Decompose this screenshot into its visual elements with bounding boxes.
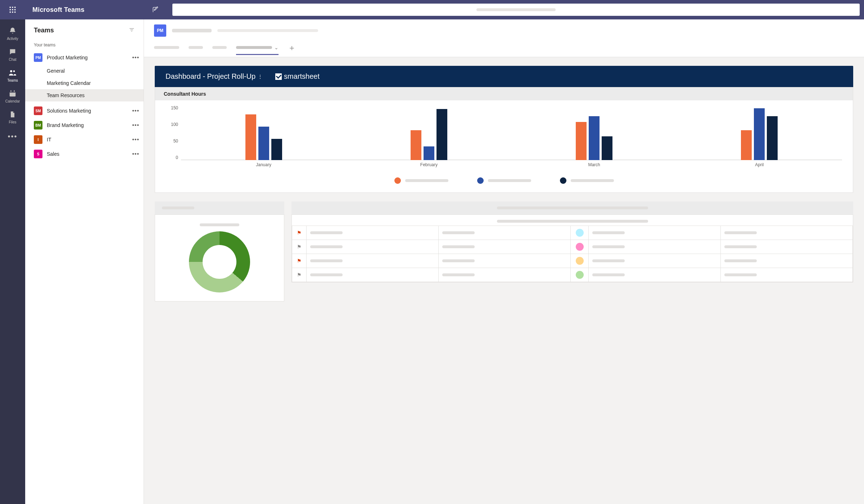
bar-group: January	[237, 105, 291, 160]
tab-placeholder-1[interactable]	[154, 46, 179, 54]
tab-smartsheet[interactable]: ⌄	[236, 45, 279, 55]
svg-rect-3	[10, 9, 11, 10]
bar-group: April	[732, 105, 786, 160]
waffle-icon[interactable]	[0, 0, 25, 19]
chevron-down-icon[interactable]: ⌄	[274, 45, 279, 50]
rail-calendar-label: Calendar	[5, 99, 20, 103]
bar	[436, 109, 447, 160]
widget-title-placeholder	[291, 201, 853, 214]
table-row[interactable]: ⚑	[292, 240, 853, 254]
tab-placeholder-3[interactable]	[212, 46, 227, 54]
search-input[interactable]	[172, 4, 860, 16]
bar	[602, 136, 612, 160]
rail-calendar[interactable]: Calendar	[0, 86, 25, 106]
widget-title-placeholder	[155, 201, 284, 214]
team-more-icon[interactable]: •••	[132, 108, 139, 114]
bar	[589, 116, 600, 160]
channel-label: Team Resources	[47, 92, 85, 98]
cell-placeholder	[724, 245, 757, 248]
team-more-icon[interactable]: •••	[132, 54, 139, 61]
rail-files-label: Files	[9, 120, 16, 124]
rail-more-icon[interactable]: •••	[0, 127, 25, 145]
widget-table: ⚑⚑⚑⚑	[291, 214, 853, 282]
team-more-icon[interactable]: •••	[132, 136, 139, 143]
team-solutions-marketing[interactable]: SM Solutions Marketing •••	[25, 104, 144, 118]
rail-files[interactable]: Files	[0, 106, 25, 127]
team-sales[interactable]: S Sales •••	[25, 147, 144, 161]
file-icon	[8, 110, 17, 119]
flag-icon: ⚑	[297, 258, 302, 264]
widget-title: Consultant Hours	[155, 87, 853, 100]
add-tab-icon[interactable]: ＋	[288, 42, 296, 57]
rail-chat[interactable]: Chat	[0, 44, 25, 65]
teams-panel-title: Teams	[34, 27, 54, 34]
table-row[interactable]: ⚑	[292, 254, 853, 268]
team-avatar: I	[34, 135, 42, 144]
team-avatar: PM	[34, 53, 42, 62]
team-more-icon[interactable]: •••	[132, 122, 139, 128]
bar	[741, 130, 752, 160]
channel-team-resources[interactable]: Team Resources	[25, 89, 144, 101]
title-bar: Microsoft Teams	[0, 0, 864, 19]
cell-placeholder	[442, 273, 475, 276]
table-row[interactable]: ⚑	[292, 268, 853, 282]
team-avatar: SM	[34, 106, 42, 115]
tab-placeholder-2[interactable]	[189, 46, 203, 54]
legend-label-placeholder	[571, 179, 614, 182]
compose-icon[interactable]	[146, 0, 165, 19]
channel-header: PM ⌄ ＋	[144, 19, 864, 57]
channel-tabs: ⌄ ＋	[154, 42, 854, 57]
bar	[767, 116, 778, 160]
svg-rect-8	[14, 12, 15, 13]
legend-item	[560, 177, 614, 184]
channel-general[interactable]: General	[25, 65, 144, 77]
bar	[245, 114, 256, 160]
filter-icon[interactable]	[128, 27, 135, 34]
cell-placeholder	[310, 259, 343, 262]
svg-rect-1	[12, 7, 13, 8]
smartsheet-brand: smartsheet	[275, 72, 320, 81]
legend-item	[394, 177, 448, 184]
channel-content: PM ⌄ ＋ Dashboard - Project Roll-Up	[144, 19, 864, 504]
cell-placeholder	[592, 273, 625, 276]
rail-activity[interactable]: Activity	[0, 23, 25, 44]
table-row[interactable]: ⚑	[292, 226, 853, 240]
team-name: Solutions Marketing	[47, 108, 132, 114]
team-it[interactable]: I IT •••	[25, 132, 144, 147]
ytick: 100	[166, 122, 178, 127]
cell-placeholder	[592, 231, 625, 234]
svg-point-10	[13, 70, 15, 72]
widget-consultant-hours: Consultant Hours 150 100 50 0 JanuaryFeb…	[155, 87, 853, 193]
dashboard-menu-icon[interactable]: ⋮	[258, 74, 263, 80]
rail-teams[interactable]: Teams	[0, 65, 25, 86]
team-more-icon[interactable]: •••	[132, 151, 139, 157]
data-table: ⚑⚑⚑⚑	[292, 226, 853, 282]
cell-placeholder	[442, 259, 475, 262]
avatar	[576, 243, 584, 251]
rail-teams-label: Teams	[7, 78, 18, 82]
x-tick: March	[567, 162, 621, 167]
team-brand-marketing[interactable]: BM Brand Marketing •••	[25, 118, 144, 132]
channel-label: Marketing Calendar	[47, 80, 91, 86]
team-product-marketing[interactable]: PM Product Marketing •••	[25, 50, 144, 65]
avatar	[576, 257, 584, 265]
teams-panel: Teams Your teams PM Product Marketing ••…	[25, 19, 144, 504]
flag-icon: ⚑	[297, 230, 302, 236]
flag-icon: ⚑	[297, 272, 302, 278]
bar	[424, 146, 434, 160]
channel-avatar: PM	[154, 24, 166, 37]
channel-title-placeholder	[172, 29, 212, 32]
bar	[576, 122, 587, 160]
channel-marketing-calendar[interactable]: Marketing Calendar	[25, 77, 144, 89]
legend-item	[477, 177, 531, 184]
rail-activity-label: Activity	[7, 37, 18, 41]
team-name: Brand Marketing	[47, 122, 132, 128]
bar	[271, 139, 282, 160]
svg-rect-7	[12, 12, 13, 13]
avatar	[576, 271, 584, 279]
app-rail: Activity Chat Teams Calendar Files	[0, 19, 25, 504]
avatar	[576, 229, 584, 237]
donut-chart	[189, 231, 250, 292]
your-teams-label: Your teams	[25, 41, 144, 50]
dashboard-header: Dashboard - Project Roll-Up ⋮ smartsheet	[155, 66, 853, 87]
